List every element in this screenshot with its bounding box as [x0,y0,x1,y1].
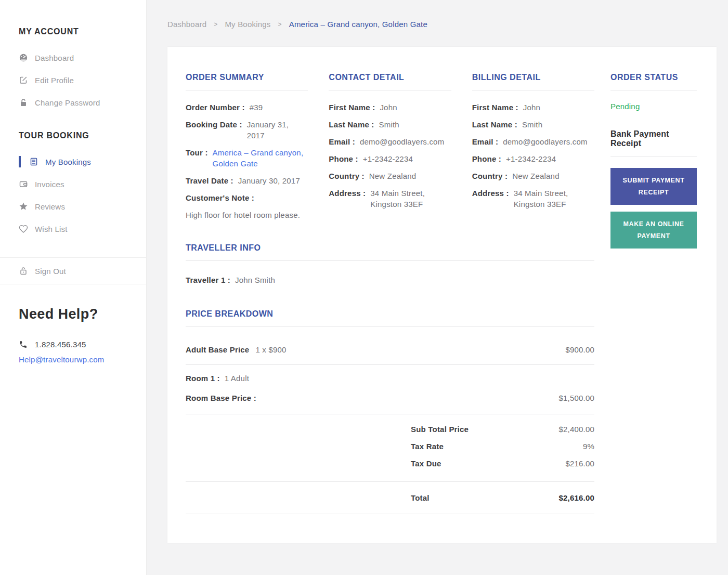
field-label: Order Number : [186,102,245,113]
sidebar-item-label: Dashboard [35,54,74,62]
customer-note-label-row: Customer's Note : [186,192,308,203]
sign-out-section: Sign Out [0,257,146,284]
tour-link[interactable]: America – Grand canyon, Golden Gate [213,147,308,169]
field-label: Phone : [472,153,501,164]
billing-email-row: Email : demo@goodlayers.com [472,136,594,147]
field-value: New Zealand [369,171,417,181]
sidebar-item-invoices[interactable]: Invoices [0,178,146,190]
sidebar-item-edit-profile[interactable]: Edit Profile [0,74,146,86]
contact-detail-section: CONTACT DETAIL First Name : John Last Na… [329,73,451,220]
subtotal-row: Sub Total Price $2,400.00 [186,425,594,434]
wallet-icon [19,179,28,189]
status-badge: Pending [610,102,697,111]
field-value: John [380,102,397,113]
price-breakdown-section: PRICE BREAKDOWN Adult Base Price 1 x $90… [186,309,594,514]
sidebar-item-label: Sign Out [35,267,66,276]
chevron-right-icon: > [278,21,281,28]
contact-country-row: Country : New Zealand [329,171,451,181]
field-label: Room Base Price : [186,393,256,403]
room-base-price-row: Room Base Price : $1,500.00 [186,393,594,403]
field-label: Total [411,493,520,502]
tour-row: Tour : America – Grand canyon, Golden Ga… [186,147,308,169]
breadcrumb-current-tour: America – Grand canyon, Golden Gate [289,20,427,29]
contact-detail-title: CONTACT DETAIL [329,73,451,90]
traveller-info-title: TRAVELLER INFO [186,243,594,261]
traveller-row: Traveller 1 : John Smith [186,275,594,285]
contact-email-row: Email : demo@goodlayers.com [329,136,451,147]
submit-payment-receipt-button[interactable]: SUBMIT PAYMENT RECEIPT [610,168,697,205]
field-value: New Zealand [512,171,560,181]
adult-amount-value: $900.00 [565,345,594,354]
price-breakdown-title: PRICE BREAKDOWN [186,309,594,327]
field-label: Customer's Note : [186,192,254,203]
field-value: 34 Main Street, Kingston 33EF [514,188,568,210]
billing-detail-title: BILLING DETAIL [472,73,594,90]
field-label: First Name : [329,102,375,113]
sidebar-item-reviews[interactable]: Reviews [0,201,146,212]
heart-icon [19,224,28,233]
bookings-icon [29,157,38,166]
field-label: Sub Total Price [411,425,520,434]
field-label: Last Name : [329,119,374,130]
field-label: Travel Date : [186,175,233,186]
sidebar-item-label: Wish List [35,225,68,233]
billing-last-name-row: Last Name : Smith [472,119,594,130]
field-label: Tour : [186,147,208,169]
help-email-link[interactable]: Help@traveltourwp.com [19,355,127,364]
contact-phone-row: Phone : +1-2342-2234 [329,153,451,164]
field-label: Last Name : [472,119,517,130]
star-icon [19,202,28,211]
order-number-value: #39 [250,102,263,113]
sidebar-item-label: Change Password [35,98,100,107]
field-value: demo@goodlayers.com [360,136,444,147]
sidebar-item-label: Invoices [35,180,64,189]
order-detail-left: ORDER SUMMARY Order Number : #39 Booking… [186,73,594,543]
need-help-title: Need Help? [19,306,127,322]
breadcrumb: Dashboard > My Bookings > America – Gran… [167,20,717,29]
breadcrumb-dashboard[interactable]: Dashboard [167,20,206,29]
field-label: Room 1 : [186,373,220,384]
booking-date-row: Booking Date : January 31, 2017 [186,119,308,141]
phone-icon [19,340,28,349]
order-status-column: ORDER STATUS Pending Bank Payment Receip… [610,73,697,543]
adult-qty-value: 1 x $900 [255,345,286,354]
sidebar-item-change-password[interactable]: Change Password [0,97,146,108]
field-label: Tax Due [411,459,520,468]
sidebar-item-wish-list[interactable]: Wish List [0,223,146,234]
field-label: Country : [472,171,508,181]
sidebar: MY ACCOUNT Dashboard Edit Profile [0,0,147,575]
page: MY ACCOUNT Dashboard Edit Profile [0,0,728,575]
active-indicator-bar [19,156,21,167]
room-base-amount-value: $1,500.00 [558,393,594,403]
contact-address-row: Address : 34 Main Street, Kingston 33EF [329,188,451,210]
field-label: Email : [472,136,499,147]
tax-rate-row: Tax Rate 9% [186,442,594,451]
sidebar-item-label: Edit Profile [35,76,74,85]
field-value: Smith [379,119,399,130]
total-row: Total $2,616.00 [186,482,594,514]
field-label: Traveller 1 : [186,275,230,285]
billing-detail-section: BILLING DETAIL First Name : John Last Na… [472,73,594,220]
field-label: First Name : [472,102,518,113]
field-label: Address : [472,188,509,210]
sidebar-item-dashboard[interactable]: Dashboard [0,52,146,63]
help-phone-row: 1.828.456.345 [19,340,127,349]
sidebar-item-my-bookings[interactable]: My Bookings [0,156,146,167]
field-label: Tax Rate [411,442,520,451]
field-value: +1-2342-2234 [506,153,556,164]
main-content: Dashboard > My Bookings > America – Gran… [147,0,728,575]
sidebar-item-sign-out[interactable]: Sign Out [0,265,146,277]
dashboard-icon [19,53,28,62]
make-online-payment-button[interactable]: MAKE AN ONLINE PAYMENT [610,212,697,249]
order-status-title: ORDER STATUS [610,73,697,90]
sidebar-section-my-account: MY ACCOUNT Dashboard Edit Profile [0,27,146,108]
breadcrumb-my-bookings[interactable]: My Bookings [225,20,270,29]
billing-phone-row: Phone : +1-2342-2234 [472,153,594,164]
tax-due-value: $216.00 [520,459,594,468]
unlock-icon [19,266,28,276]
order-detail-card: ORDER SUMMARY Order Number : #39 Booking… [167,47,717,543]
order-top-columns: ORDER SUMMARY Order Number : #39 Booking… [186,73,594,220]
sidebar-item-label: My Bookings [45,158,91,166]
tax-rate-value: 9% [520,442,594,451]
contact-first-name-row: First Name : John [329,102,451,113]
